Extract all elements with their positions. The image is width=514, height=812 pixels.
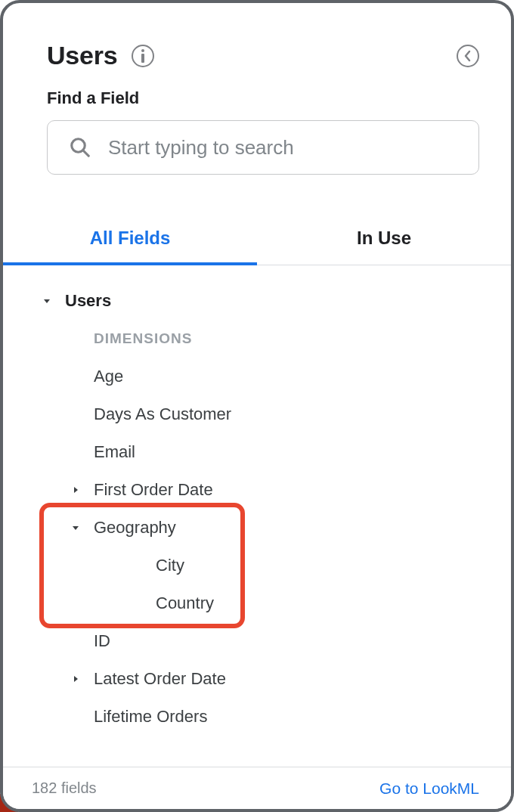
field-label: First Order Date	[94, 480, 511, 500]
chevron-right-icon	[57, 674, 94, 683]
page-title: Users	[47, 41, 118, 70]
svg-marker-6	[73, 526, 79, 530]
field-label: Email	[94, 442, 511, 462]
search-field-container[interactable]	[47, 120, 479, 175]
field-id[interactable]: ID	[3, 622, 511, 660]
field-latest-order-date[interactable]: Latest Order Date	[3, 660, 511, 698]
info-icon[interactable]	[132, 45, 154, 67]
field-days-as-customer[interactable]: Days As Customer	[3, 395, 511, 433]
search-icon	[69, 136, 91, 159]
tab-in-use[interactable]: In Use	[257, 215, 511, 265]
field-lifetime-orders[interactable]: Lifetime Orders	[3, 698, 511, 736]
go-to-lookml-link[interactable]: Go to LookML	[379, 779, 479, 798]
tabs: All Fields In Use	[3, 215, 511, 265]
field-label: ID	[94, 631, 511, 651]
svg-rect-1	[141, 54, 144, 63]
chevron-down-icon	[57, 523, 94, 532]
field-first-order-date[interactable]: First Order Date	[3, 471, 511, 509]
search-input[interactable]	[108, 136, 457, 160]
field-age[interactable]: Age	[3, 358, 511, 395]
field-label: Days As Customer	[94, 404, 511, 424]
field-label: Age	[94, 367, 511, 386]
svg-marker-7	[74, 676, 78, 682]
chevron-down-icon	[29, 296, 65, 305]
svg-line-3	[83, 150, 89, 157]
dimensions-header: DIMENSIONS	[3, 320, 511, 358]
field-label: City	[94, 556, 511, 575]
svg-marker-5	[74, 487, 78, 493]
chevron-right-icon	[57, 485, 94, 494]
tab-all-fields[interactable]: All Fields	[3, 215, 257, 265]
svg-marker-4	[44, 299, 50, 303]
field-label: Latest Order Date	[94, 669, 511, 689]
field-label: Geography	[94, 518, 511, 538]
panel-header: Users	[3, 3, 511, 70]
field-label: Lifetime Orders	[94, 707, 511, 727]
field-count: 182 fields	[32, 779, 97, 797]
field-geography[interactable]: Geography	[3, 509, 511, 547]
view-toggle-users[interactable]: Users	[3, 282, 511, 320]
field-country[interactable]: Country	[3, 584, 511, 622]
field-label: Country	[94, 594, 511, 613]
panel-frame: Users Find a Field All Fields In Use Use…	[0, 0, 514, 812]
field-email[interactable]: Email	[3, 433, 511, 471]
search-label: Find a Field	[47, 88, 479, 108]
view-label: Users	[65, 291, 511, 311]
collapse-panel-button[interactable]	[457, 45, 479, 67]
field-city[interactable]: City	[3, 547, 511, 584]
svg-point-0	[141, 49, 144, 52]
field-tree: UsersDIMENSIONSAgeDays As CustomerEmailF…	[3, 265, 511, 767]
panel-footer: 182 fields Go to LookML	[3, 767, 511, 809]
